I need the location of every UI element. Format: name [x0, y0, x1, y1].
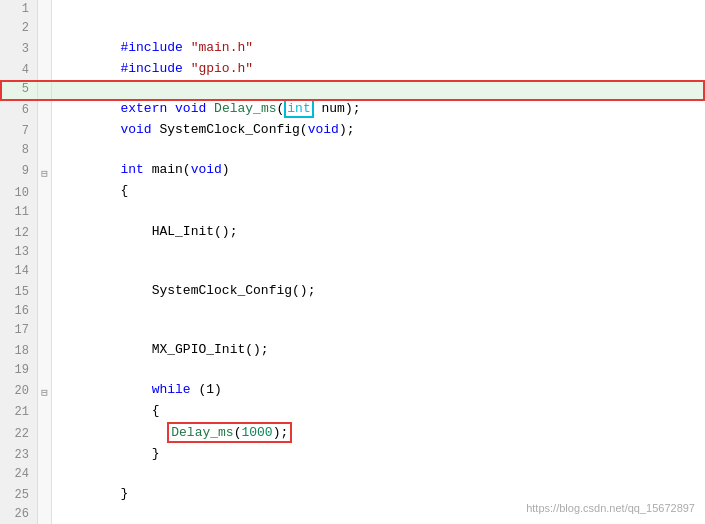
line-number: 16	[0, 302, 38, 321]
line-number: 21	[0, 403, 38, 425]
code-content: int main(void)	[52, 141, 705, 162]
line-number: 3	[0, 40, 38, 61]
fold-area	[38, 122, 52, 141]
code-line: 20 ⊟ {	[0, 382, 705, 403]
line-number: 19	[0, 361, 38, 382]
code-content: SystemClock_Config();	[52, 262, 705, 283]
code-line: 14 SystemClock_Config();	[0, 262, 705, 283]
watermark: https://blog.csdn.net/qq_15672897	[526, 502, 695, 514]
code-content: MX_GPIO_Init();	[52, 321, 705, 342]
fold-area	[38, 342, 52, 361]
line-number: 10	[0, 184, 38, 203]
fold-area	[38, 505, 52, 524]
fold-area	[38, 361, 52, 382]
code-line: 10	[0, 184, 705, 203]
code-line: 16	[0, 302, 705, 321]
line-number: 14	[0, 262, 38, 283]
line-number: 23	[0, 446, 38, 465]
code-content: extern void Delay_ms(int num);	[52, 80, 705, 101]
fold-area	[38, 321, 52, 342]
code-line: 1	[0, 0, 705, 19]
fold-area	[38, 184, 52, 203]
code-line: 4	[0, 61, 705, 80]
fold-area	[38, 0, 52, 19]
fold-area	[38, 446, 52, 465]
fold-area	[38, 19, 52, 40]
line-number: 8	[0, 141, 38, 162]
code-content: Delay_ms(1000);	[52, 403, 705, 425]
line-number: 13	[0, 243, 38, 262]
fold-area	[38, 224, 52, 243]
line-number: 26	[0, 505, 38, 524]
code-content	[52, 224, 705, 243]
code-content	[52, 61, 705, 80]
code-content: {	[52, 162, 705, 183]
fold-area	[38, 40, 52, 61]
code-content: void SystemClock_Config(void);	[52, 101, 705, 122]
code-content: {	[52, 382, 705, 403]
code-content	[52, 302, 705, 321]
code-content: }	[52, 465, 705, 486]
line-number: 4	[0, 61, 38, 80]
fold-area	[38, 141, 52, 162]
code-line-highlighted: 5 extern void Delay_ms(int num);	[0, 80, 705, 101]
code-content: #include "main.h"	[52, 19, 705, 40]
code-content: #include "gpio.h"	[52, 40, 705, 61]
line-number: 12	[0, 224, 38, 243]
line-number: 17	[0, 321, 38, 342]
code-area: 1 2 #include "main.h" 3 #include "gpio.h…	[0, 0, 705, 524]
code-line: 18	[0, 342, 705, 361]
line-number: 11	[0, 203, 38, 224]
code-content: while (1)	[52, 361, 705, 382]
code-line: 24 }	[0, 465, 705, 486]
fold-area	[38, 403, 52, 425]
code-line: 8 int main(void)	[0, 141, 705, 162]
fold-area	[38, 243, 52, 262]
code-content: HAL_Init();	[52, 203, 705, 224]
fold-area	[38, 465, 52, 486]
line-number: 1	[0, 0, 38, 19]
fold-area	[38, 61, 52, 80]
code-content	[52, 283, 705, 302]
code-line: 2 #include "main.h"	[0, 19, 705, 40]
code-line: 12	[0, 224, 705, 243]
line-number: 2	[0, 19, 38, 40]
line-number: 22	[0, 425, 38, 446]
code-line: 9 ⊟ {	[0, 162, 705, 183]
code-content	[52, 122, 705, 141]
fold-area	[38, 203, 52, 224]
code-content: }	[52, 425, 705, 446]
code-content	[52, 0, 705, 19]
line-number: 15	[0, 283, 38, 302]
fold-area	[38, 80, 52, 101]
fold-area	[38, 262, 52, 283]
code-content	[52, 184, 705, 203]
code-content	[52, 243, 705, 262]
line-number: 25	[0, 486, 38, 505]
code-line: 21 Delay_ms(1000);	[0, 403, 705, 425]
line-number: 6	[0, 101, 38, 122]
code-line: 7	[0, 122, 705, 141]
line-number: 24	[0, 465, 38, 486]
fold-area	[38, 283, 52, 302]
code-content	[52, 446, 705, 465]
line-number: 20	[0, 382, 38, 403]
fold-area: ⊟	[38, 382, 52, 403]
code-line: 22 }	[0, 425, 705, 446]
fold-area	[38, 302, 52, 321]
code-line: 6 void SystemClock_Config(void);	[0, 101, 705, 122]
line-number: 5	[0, 80, 38, 101]
code-line: 3 #include "gpio.h"	[0, 40, 705, 61]
line-number: 9	[0, 162, 38, 183]
fold-area	[38, 101, 52, 122]
line-number: 18	[0, 342, 38, 361]
code-content	[52, 342, 705, 361]
fold-area	[38, 486, 52, 505]
line-number: 7	[0, 122, 38, 141]
code-line: 23	[0, 446, 705, 465]
fold-area	[38, 425, 52, 446]
fold-area: ⊟	[38, 162, 52, 183]
code-line: 15	[0, 283, 705, 302]
code-line: 17 MX_GPIO_Init();	[0, 321, 705, 342]
code-line: 11 HAL_Init();	[0, 203, 705, 224]
